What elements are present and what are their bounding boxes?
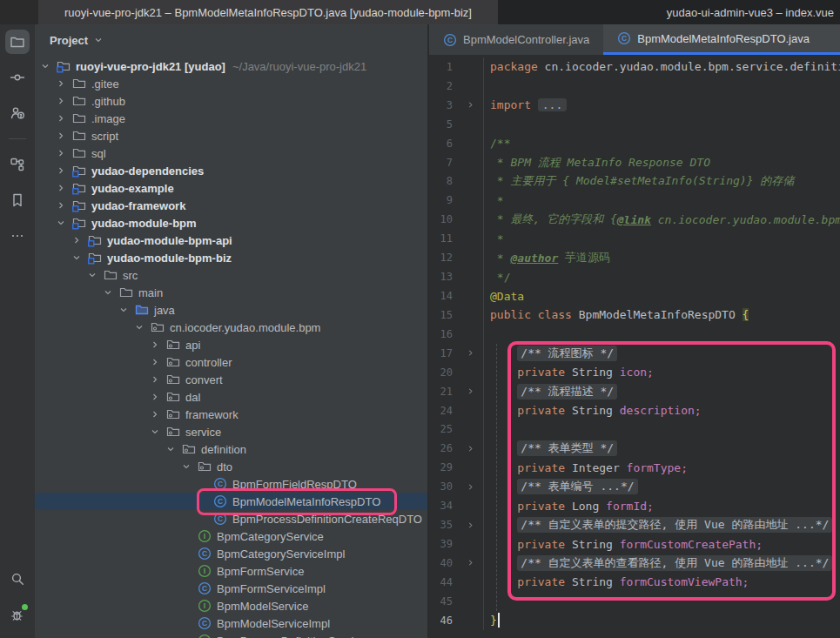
project-tree[interactable]: ruoyi-vue-pro-jdk21 [yudao]~/Java/ruoyi-… [35,56,427,638]
tree-chevron-right-icon[interactable] [150,374,166,385]
fold-arrow-icon[interactable] [457,444,483,453]
code-line-25[interactable]: 25 [429,420,840,440]
code-line-9[interactable]: 9 * [429,191,840,210]
fold-arrow-icon[interactable] [457,100,483,110]
more-button[interactable] [5,224,30,248]
code-line-13[interactable]: 13 */ [429,267,840,286]
project-button[interactable] [5,30,30,54]
code-line-46[interactable]: 46} [429,611,840,630]
code-line-39[interactable]: 39 private String formCustomCreatePath; [429,534,840,554]
tree-item-bpmprocessdefinitioncreatereqdto[interactable]: CBpmProcessDefinitionCreateReqDTO [35,510,427,527]
code-line-20[interactable]: 20 private String icon; [429,363,840,382]
tree-item-yudao-module-bpm-api[interactable]: yudao-module-bpm-api [35,232,427,249]
code-line-11[interactable]: 11 * [429,229,840,248]
code-line-10[interactable]: 10 * 最终, 它的字段和 {@link cn.iocoder.yudao.m… [429,210,840,229]
tree-item-bpmmodelmetainforespdto[interactable]: CBpmModelMetaInfoRespDTO [35,493,427,510]
code-line-8[interactable]: 8 * 主要用于 { Model#setMetaInfo(String)} 的存… [429,172,840,191]
tree-chevron-right-icon[interactable] [71,235,88,245]
tree-item-sql[interactable]: sql [35,144,427,162]
tree-item--gitee[interactable]: .gitee [35,75,427,92]
tree-item-yudao-dependencies[interactable]: yudao-dependencies [35,162,427,179]
tree-item-dal[interactable]: dal [35,388,427,406]
code-line-12[interactable]: 12 * @author 芋道源码 [429,248,840,267]
tree-item--github[interactable]: .github [35,92,427,110]
tree-item-bpmcategoryservice[interactable]: IBpmCategoryService [35,527,427,545]
tree-chevron-right-icon[interactable] [150,357,166,367]
tree-item-bpmmodelserviceimpl[interactable]: CBpmModelServiceImpl [35,614,427,632]
tree-item-java[interactable]: java [35,301,427,319]
code-line-30[interactable]: 30 /** 表单编号 ...*/ [429,477,840,496]
tree-chevron-right-icon[interactable] [150,409,166,420]
tree-item-yudao-module-bpm[interactable]: yudao-module-bpm [35,214,427,232]
tree-chevron-right-icon[interactable] [56,113,72,124]
tree-item-ruoyi-vue-pro-jdk21-yudao-[interactable]: ruoyi-vue-pro-jdk21 [yudao]~/Java/ruoyi-… [35,57,427,75]
tree-chevron-right-icon[interactable] [56,200,72,211]
code-line-35[interactable]: 35 /** 自定义表单的提交路径, 使用 Vue 的路由地址 ...*/ [429,515,840,534]
tree-item-framework[interactable]: framework [35,406,427,423]
tree-chevron-right-icon[interactable] [56,183,72,193]
fold-arrow-icon[interactable] [457,482,483,492]
tree-chevron-right-icon[interactable] [150,339,166,350]
tree-item-dto[interactable]: dto [35,458,427,475]
code-line-7[interactable]: 7 * BPM 流程 MetaInfo Response DTO [429,153,840,172]
tree-chevron-down-icon[interactable] [134,322,151,332]
tree-chevron-right-icon[interactable] [56,165,72,176]
tree-item-main[interactable]: main [35,284,427,301]
tree-item--image[interactable]: .image [35,110,427,127]
code-editor[interactable]: 1package cn.iocoder.yudao.module.bpm.ser… [429,55,840,638]
tree-item-yudao-framework[interactable]: yudao-framework [35,197,427,214]
tree-chevron-right-icon[interactable] [56,96,72,106]
code-line-6[interactable]: 6/** [429,134,840,153]
code-line-44[interactable]: 44 private String formCustomViewPath; [429,573,840,592]
tree-chevron-down-icon[interactable] [150,426,166,437]
tree-chevron-down-icon[interactable] [40,61,57,71]
tree-chevron-right-icon[interactable] [56,78,72,89]
code-line-3[interactable]: 3import ... [429,96,840,115]
code-line-29[interactable]: 29 private Integer formType; [429,458,840,477]
tree-item-bpmprocessdefinitionservice[interactable]: IBpmProcessDefinitionService [35,632,427,638]
tree-item-yudao-example[interactable]: yudao-example [35,179,427,197]
code-line-21[interactable]: 21 /** 流程描述 */ [429,382,840,401]
code-line-14[interactable]: 14@Data [429,286,840,306]
fold-arrow-icon[interactable] [457,386,483,396]
editor-tab-bpmmodelcontroller-java[interactable]: CBpmModelController.java [429,24,603,55]
code-line-40[interactable]: 40 /** 自定义表单的查看路径, 使用 Vue 的路由地址 ...*/ [429,554,840,573]
tree-chevron-right-icon[interactable] [56,148,72,158]
tree-item-definition[interactable]: definition [35,440,427,458]
tree-chevron-down-icon[interactable] [71,252,88,263]
tree-chevron-right-icon[interactable] [150,392,166,402]
search-button[interactable] [5,567,30,591]
fold-arrow-icon[interactable] [457,558,483,567]
tree-chevron-down-icon[interactable] [165,444,182,454]
tree-item-src[interactable]: src [35,266,427,284]
code-line-26[interactable]: 26 /** 表单类型 */ [429,439,840,458]
tree-item-controller[interactable]: controller [35,353,427,371]
code-line-5[interactable]: 5 [429,115,840,134]
debug-button[interactable] [5,602,30,627]
tree-chevron-down-icon[interactable] [87,270,104,280]
tree-item-bpmformfieldrespdto[interactable]: CBpmFormFieldRespDTO [35,475,427,493]
commit-button[interactable] [5,65,30,90]
pull-requests-button[interactable] [5,101,30,125]
tree-chevron-right-icon[interactable] [56,131,72,141]
project-panel-header[interactable]: Project [35,24,427,56]
tree-item-cn-iocoder-yudao-module-bpm[interactable]: cn.iocoder.yudao.module.bpm [35,319,427,336]
bookmarks-button[interactable] [5,188,30,212]
tree-item-api[interactable]: api [35,336,427,353]
tree-item-bpmcategoryserviceimpl[interactable]: CBpmCategoryServiceImpl [35,545,427,562]
code-line-16[interactable]: 16 [429,325,840,344]
tree-item-script[interactable]: script [35,127,427,144]
tree-item-service[interactable]: service [35,423,427,440]
code-line-1[interactable]: 1package cn.iocoder.yudao.module.bpm.ser… [429,57,840,77]
code-line-15[interactable]: 15public class BpmModelMetaInfoRespDTO { [429,306,840,325]
tree-chevron-down-icon[interactable] [103,287,119,298]
tree-chevron-down-icon[interactable] [118,305,135,315]
tree-chevron-down-icon[interactable] [56,218,72,228]
tree-item-yudao-module-bpm-biz[interactable]: yudao-module-bpm-biz [35,249,427,266]
fold-arrow-icon[interactable] [457,520,483,530]
code-line-17[interactable]: 17 /** 流程图标 */ [429,344,840,363]
code-line-24[interactable]: 24 private String description; [429,401,840,420]
editor-tab-bpmmodelmetainforespdto-java[interactable]: CBpmModelMetaInfoRespDTO.java [603,24,840,55]
tree-item-convert[interactable]: convert [35,371,427,388]
tree-item-bpmformserviceimpl[interactable]: CBpmFormServiceImpl [35,580,427,597]
